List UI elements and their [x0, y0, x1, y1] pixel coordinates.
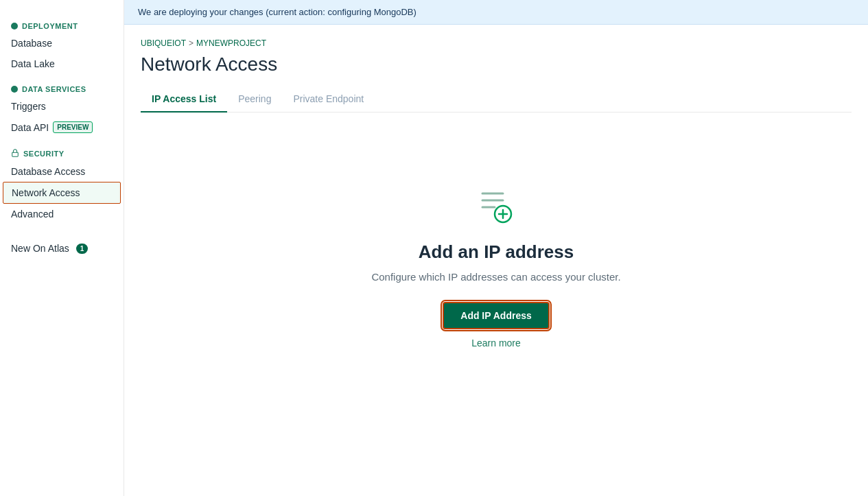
main-content: We are deploying your changes (current a… [124, 0, 868, 496]
security-section-label: SECURITY [0, 143, 124, 161]
empty-state-title: Add an IP address [419, 241, 574, 263]
breadcrumb-sep: > [189, 38, 193, 48]
tab-private-endpoint[interactable]: Private Endpoint [282, 86, 375, 113]
data-services-dot-icon [11, 86, 18, 93]
svg-rect-0 [12, 152, 19, 156]
sidebar-item-database-access[interactable]: Database Access [0, 161, 124, 182]
add-ip-address-button[interactable]: Add IP Address [443, 302, 549, 329]
data-services-section-label: DATA SERVICES [0, 80, 124, 96]
lock-icon [11, 149, 19, 158]
breadcrumb-org[interactable]: UBIQUEIOT [141, 38, 186, 48]
sidebar-item-network-access[interactable]: Network Access [3, 182, 121, 204]
learn-more-link[interactable]: Learn more [471, 338, 521, 349]
page-title: Network Access [141, 54, 852, 75]
sidebar-item-data-lake[interactable]: Data Lake [0, 54, 124, 74]
sidebar-item-triggers[interactable]: Triggers [0, 96, 124, 117]
tabs-container: IP Access List Peering Private Endpoint [141, 86, 852, 113]
breadcrumb-project[interactable]: MYNEWPROJECT [196, 38, 266, 48]
sidebar-item-new-on-atlas[interactable]: New On Atlas 1 [0, 238, 124, 259]
sidebar: DEPLOYMENT Database Data Lake DATA SERVI… [0, 0, 124, 496]
empty-state: Add an IP address Configure which IP add… [141, 129, 852, 403]
tab-peering[interactable]: Peering [227, 86, 282, 113]
add-list-icon [476, 184, 517, 225]
sidebar-item-data-api[interactable]: Data API PREVIEW [0, 117, 124, 138]
deployment-section-label: DEPLOYMENT [0, 16, 124, 33]
preview-badge: PREVIEW [53, 121, 93, 133]
tab-ip-access-list[interactable]: IP Access List [141, 86, 227, 113]
sidebar-item-database[interactable]: Database [0, 33, 124, 54]
deployment-banner: We are deploying your changes (current a… [124, 0, 868, 25]
empty-state-description: Configure which IP addresses can access … [371, 271, 620, 283]
breadcrumb: UBIQUEIOT > MYNEWPROJECT [141, 38, 852, 48]
deployment-dot-icon [11, 23, 18, 29]
content-area: UBIQUEIOT > MYNEWPROJECT Network Access … [124, 25, 868, 496]
sidebar-item-advanced[interactable]: Advanced [0, 204, 124, 224]
new-on-atlas-badge: 1 [76, 244, 89, 254]
